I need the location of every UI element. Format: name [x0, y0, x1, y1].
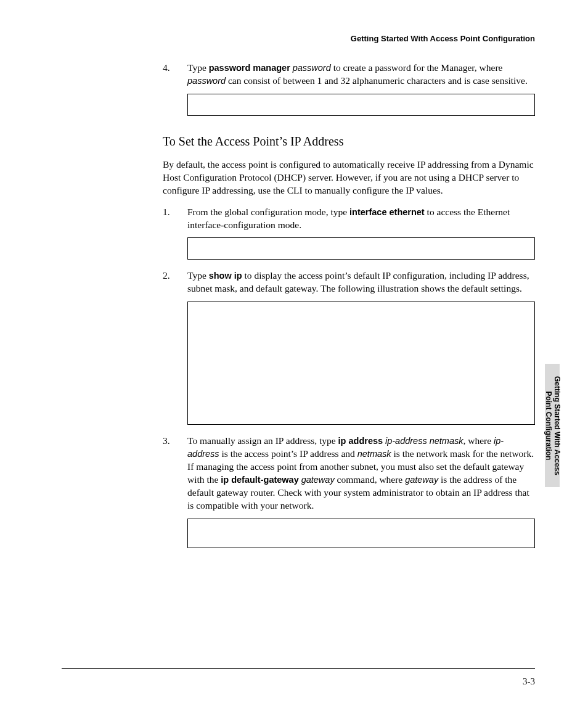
intro-paragraph: By default, the access point is configur… — [163, 158, 535, 197]
codebox-ip-step2 — [187, 302, 535, 425]
section-heading-ip: To Set the Access Point’s IP Address — [163, 133, 535, 150]
side-tab-line1: Getting Started With Access — [552, 376, 561, 475]
cmd-password-manager: password manager — [209, 63, 290, 73]
steps-ip: 1. From the global configuration mode, t… — [163, 206, 535, 548]
ip-step-2-number: 2. — [163, 269, 170, 282]
step-4-t2: to create a password for the Manager, wh… — [331, 62, 503, 73]
step-4-number: 4. — [163, 62, 170, 75]
ip-step-1-text: From the global configuration mode, type… — [187, 207, 510, 230]
ip-step-2-text: Type show ip to display the access point… — [187, 270, 529, 293]
cmd-interface-ethernet: interface ethernet — [349, 207, 425, 217]
ip-s3-t3: is the access point’s IP address and — [219, 448, 357, 459]
side-tab-line2: Point Configuration — [544, 391, 552, 460]
ip-step-2: 2. Type show ip to display the access po… — [163, 269, 535, 425]
ip-s3-t5: command, where — [335, 474, 406, 485]
page-root: Getting Started With Access Point Config… — [0, 0, 588, 706]
step-4: 4. Type password manager password to cre… — [163, 62, 535, 116]
arg-password: password — [293, 63, 331, 73]
arg-password-2: password — [187, 76, 226, 86]
arg-gateway: gateway — [301, 475, 335, 485]
footer-rule — [62, 668, 535, 669]
ip-step-1: 1. From the global configuration mode, t… — [163, 206, 535, 260]
steps-continued: 4. Type password manager password to cre… — [163, 62, 535, 116]
arg-gateway-2: gateway — [405, 475, 438, 485]
side-tab: Getting Started With Access Point Config… — [545, 364, 560, 487]
cmd-ip-address: ip address — [338, 436, 383, 446]
cmd-ip-default-gateway: ip default-gateway — [221, 475, 299, 485]
codebox-step4 — [187, 94, 535, 116]
ip-step-3-text: To manually assign an IP address, type i… — [187, 435, 534, 511]
arg-ip-address-netmask: ip-address netmask — [385, 436, 463, 446]
ip-s3-t1: To manually assign an IP address, type — [187, 435, 338, 446]
codebox-ip-step3 — [187, 519, 535, 548]
ip-s2-t1: Type — [187, 270, 209, 281]
ip-s3-t2: , where — [463, 435, 494, 446]
side-tab-text: Getting Started With Access Point Config… — [544, 376, 561, 475]
arg-netmask: netmask — [357, 449, 391, 459]
codebox-ip-step1 — [187, 237, 535, 260]
step-4-text: Type password manager password to create… — [187, 62, 528, 86]
page-number: 3-3 — [523, 675, 535, 688]
ip-step-3-number: 3. — [163, 435, 170, 448]
step-4-t3: can consist of between 1 and 32 alphanum… — [226, 75, 528, 86]
cmd-show-ip: show ip — [209, 271, 242, 281]
ip-step-3: 3. To manually assign an IP address, typ… — [163, 435, 535, 548]
ip-s1-t1: From the global configuration mode, type — [187, 207, 349, 217]
content-column: 4. Type password manager password to cre… — [163, 62, 535, 558]
running-header: Getting Started With Access Point Config… — [351, 33, 535, 44]
step-4-t1: Type — [187, 62, 209, 73]
ip-step-1-number: 1. — [163, 206, 170, 219]
